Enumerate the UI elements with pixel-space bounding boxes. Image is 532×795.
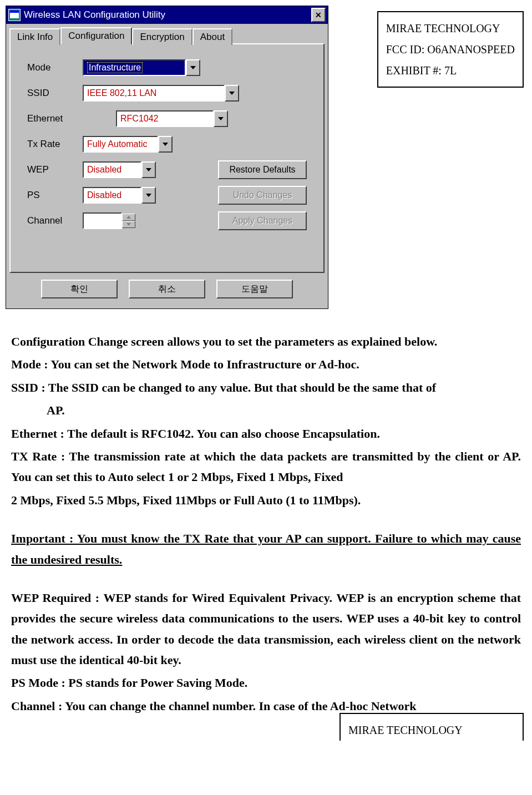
cancel-button[interactable]: 취소 [129, 280, 205, 298]
config-utility-window: Wireless LAN Configuration Utility ✕ Lin… [6, 6, 328, 309]
undo-changes-button[interactable]: Undo Changes [218, 186, 307, 205]
mode-combobox[interactable]: Infrastructure [83, 59, 186, 76]
mode-label: Mode [27, 62, 83, 73]
svg-marker-9 [126, 223, 131, 226]
ssid-value: IEEE 802,11 LAN [87, 88, 156, 98]
channel-spin-down[interactable] [122, 221, 135, 228]
ssid-combobox[interactable]: IEEE 802,11 LAN [83, 85, 225, 102]
chevron-down-icon [229, 92, 235, 95]
doc-p4: Ethernet : The default is RFC1042. You c… [11, 423, 521, 444]
header-exhibit: EXHIBIT #: 7L [386, 60, 515, 81]
mode-dropdown-button[interactable] [186, 59, 200, 76]
channel-spinner[interactable] [122, 214, 135, 228]
svg-marker-4 [218, 117, 224, 120]
svg-marker-7 [146, 194, 151, 197]
tab-row: Link Info Configuration Encryption About [9, 27, 325, 44]
doc-p2: Mode : You can set the Network Mode to I… [11, 354, 521, 374]
svg-marker-8 [126, 216, 131, 219]
doc-p6: 2 Mbps, Fixed 5.5 Mbps, Fixed 11Mbps or … [11, 490, 521, 510]
doc-important: Important : You must know the TX Rate th… [11, 528, 521, 570]
svg-marker-6 [146, 168, 151, 171]
svg-marker-5 [163, 143, 168, 146]
header-info-box: MIRAE TECHNOLOGY FCC ID: O6ANANOSPEED EX… [377, 11, 524, 88]
footer-company: MIRAE TECHNOLOGY [348, 720, 515, 741]
ethernet-combobox[interactable]: RFC1042 [116, 110, 214, 127]
help-button[interactable]: 도움말 [216, 280, 293, 298]
wep-value: Disabled [87, 165, 121, 175]
titlebar[interactable]: Wireless LAN Configuration Utility ✕ [6, 6, 328, 24]
wep-combobox[interactable]: Disabled [83, 161, 141, 178]
mode-value: Infrastructure [87, 62, 143, 73]
footer-info-box: MIRAE TECHNOLOGY [340, 713, 524, 741]
chevron-up-icon [126, 216, 131, 219]
document-body: Configuration Change screen allows you t… [11, 331, 521, 716]
ps-label: PS [27, 190, 83, 201]
app-icon [8, 9, 21, 21]
doc-p9: PS Mode : PS stands for Power Saving Mod… [11, 672, 521, 693]
restore-defaults-button[interactable]: Restore Defaults [218, 160, 307, 179]
channel-label: Channel [27, 215, 83, 226]
doc-p1: Configuration Change screen allows you t… [11, 331, 521, 352]
chevron-down-icon [146, 168, 151, 171]
chevron-down-icon [218, 117, 224, 120]
chevron-down-icon [190, 66, 196, 69]
ethernet-value: RFC1042 [120, 114, 158, 124]
ssid-dropdown-button[interactable] [225, 85, 239, 102]
channel-input[interactable] [83, 212, 122, 229]
header-fccid: FCC ID: O6ANANOSPEED [386, 39, 515, 60]
apply-changes-button[interactable]: Apply Changes [218, 211, 307, 230]
doc-p5: TX Rate : The transmission rate at which… [11, 446, 521, 488]
dialog-button-row: 확인 취소 도움말 [9, 273, 325, 305]
close-button[interactable]: ✕ [311, 8, 326, 22]
ok-button[interactable]: 확인 [41, 280, 118, 298]
tab-panel-configuration: Mode Infrastructure SSID IEEE 802,11 LAN… [9, 43, 325, 273]
tab-encryption[interactable]: Encryption [132, 28, 192, 45]
svg-marker-3 [229, 92, 235, 95]
chevron-down-icon [126, 223, 131, 226]
txrate-value: Fully Automatic [87, 139, 147, 149]
window-title: Wireless LAN Configuration Utility [24, 9, 311, 21]
ethernet-dropdown-button[interactable] [214, 110, 228, 127]
tab-link-info[interactable]: Link Info [9, 28, 60, 45]
channel-spin-up[interactable] [122, 214, 135, 221]
txrate-label: Tx Rate [27, 139, 83, 150]
svg-marker-2 [190, 66, 196, 69]
header-company: MIRAE TECHNOLOGY [386, 18, 515, 39]
chevron-down-icon [146, 194, 151, 197]
doc-p3b: AP. [11, 400, 521, 421]
ethernet-label: Ethernet [27, 113, 83, 124]
tab-configuration[interactable]: Configuration [60, 27, 132, 45]
svg-rect-0 [10, 13, 19, 18]
ps-combobox[interactable]: Disabled [83, 187, 141, 204]
chevron-down-icon [163, 143, 168, 146]
svg-rect-1 [10, 11, 19, 13]
ps-dropdown-button[interactable] [141, 187, 156, 204]
ssid-label: SSID [27, 88, 83, 99]
ps-value: Disabled [87, 190, 121, 200]
tab-about[interactable]: About [192, 28, 232, 45]
close-icon: ✕ [315, 11, 322, 19]
doc-p3a: SSID : The SSID can be changed to any va… [11, 377, 521, 398]
txrate-combobox[interactable]: Fully Automatic [83, 136, 158, 153]
wep-label: WEP [27, 164, 83, 175]
doc-p8: WEP Required : WEP stands for Wired Equi… [11, 588, 521, 671]
txrate-dropdown-button[interactable] [158, 136, 173, 153]
wep-dropdown-button[interactable] [141, 161, 156, 178]
